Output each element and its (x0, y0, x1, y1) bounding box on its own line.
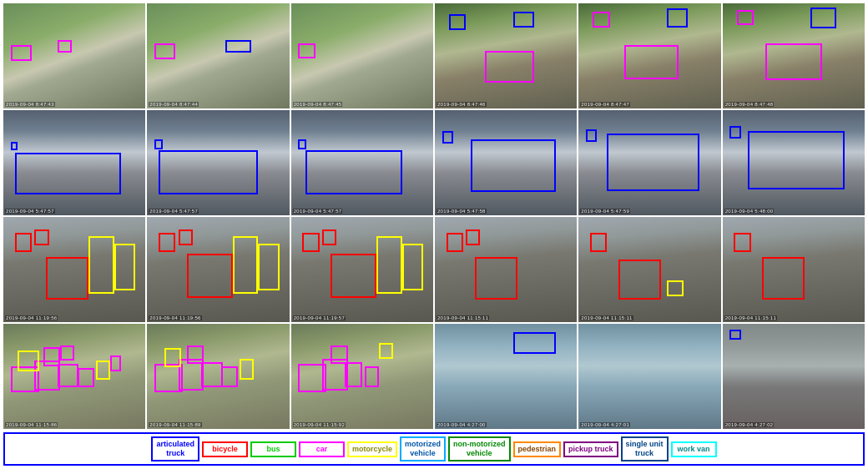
timestamp: 2019-09-04 5:47:57 (149, 209, 199, 214)
bounding-box (233, 236, 259, 294)
bounding-box (58, 364, 79, 387)
legend-item-bus: bus (250, 441, 296, 457)
timestamp: 2019-09-04 8:47:47 (580, 102, 630, 107)
timestamp: 2019-09-04 11:15:11 (437, 315, 489, 320)
bounding-box (154, 139, 163, 149)
bounding-box (447, 233, 463, 252)
bounding-box (593, 12, 609, 28)
bounding-box (607, 134, 699, 191)
camera-cell-r2c0: 2019-09-04 11:19:56 (3, 217, 145, 322)
bounding-box (96, 361, 110, 380)
bounding-box (762, 257, 805, 299)
bounding-box (402, 244, 424, 291)
legend-item-car: car (299, 441, 345, 457)
timestamp: 2019-09-04 8:47:43 (5, 102, 55, 107)
bounding-box (221, 366, 238, 387)
bounding-box (729, 126, 741, 139)
camera-cell-r1c4: 2019-09-04 5:47:59 (578, 110, 720, 215)
bounding-box (240, 359, 254, 380)
bounding-box (187, 254, 233, 298)
timestamp: 2019-09-04 4:27:00 (437, 422, 487, 427)
camera-cell-r2c5: 2019-09-04 11:15:11 (723, 217, 865, 322)
timestamp: 2019-09-04 11:15:11 (724, 315, 777, 320)
bounding-box (471, 139, 556, 192)
bounding-box (298, 43, 315, 58)
camera-cell-r1c5: 2019-09-04 5:48:00 (723, 110, 865, 215)
timestamp: 2019-09-04 8:47:45 (293, 102, 343, 107)
camera-cell-r1c1: 2019-09-04 5:47:57 (147, 110, 289, 215)
camera-cell-r2c3: 2019-09-04 11:15:11 (435, 217, 577, 322)
timestamp: 2019-09-04 5:47:58 (437, 209, 487, 214)
bounding-box (513, 332, 556, 353)
bounding-box (34, 229, 48, 245)
bounding-box (590, 233, 607, 252)
bounding-box (11, 142, 18, 150)
image-grid: 2019-09-04 8:47:432019-09-04 8:47:442019… (3, 3, 865, 429)
legend: articulated truckbicyclebuscarmotorcycle… (3, 432, 865, 466)
camera-cell-r0c3: 2019-09-04 8:47:46 (435, 3, 577, 108)
timestamp: 2019-09-04 11:15:89 (149, 422, 201, 427)
bounding-box (258, 244, 280, 291)
timestamp: 2019-09-04 11:15:86 (5, 422, 58, 427)
timestamp: 2019-09-04 8:47:46 (437, 102, 487, 107)
timestamp: 2019-09-04 8:47:44 (149, 102, 199, 107)
camera-cell-r2c2: 2019-09-04 11:19:57 (291, 217, 433, 322)
bounding-box (225, 40, 251, 53)
camera-cell-r0c2: 2019-09-04 8:47:45 (291, 3, 433, 108)
camera-cell-r0c0: 2019-09-04 8:47:43 (3, 3, 145, 108)
camera-cell-r1c3: 2019-09-04 5:47:58 (435, 110, 577, 215)
timestamp: 2019-09-04 5:47:57 (293, 209, 343, 214)
bounding-box (88, 236, 114, 294)
bounding-box (331, 254, 376, 298)
bounding-box (60, 345, 74, 361)
bounding-box (43, 347, 60, 366)
camera-cell-r0c4: 2019-09-04 8:47:47 (578, 3, 720, 108)
camera-cell-r1c2: 2019-09-04 5:47:57 (291, 110, 433, 215)
camera-cell-r2c4: 2019-09-04 11:15:11 (578, 217, 720, 322)
bounding-box (298, 139, 306, 149)
bounding-box (586, 129, 598, 142)
bounding-box (737, 10, 754, 26)
bounding-box (485, 51, 535, 83)
bounding-box (322, 229, 336, 245)
camera-cell-r3c5: 2019-09-04 4:27:02 (723, 324, 865, 429)
camera-cell-r0c5: 2019-09-04 8:47:48 (723, 3, 865, 108)
bounding-box (15, 153, 122, 194)
legend-item-bicycle: bicycle (202, 441, 248, 457)
legend-item-pickup-truck: pickup truck (563, 441, 618, 457)
bounding-box (365, 366, 379, 387)
camera-cell-r0c1: 2019-09-04 8:47:44 (147, 3, 289, 108)
bounding-box (58, 40, 72, 53)
legend-item-motorized-vehicle: motorized vehicle (400, 436, 446, 461)
bounding-box (729, 330, 741, 340)
bounding-box (667, 280, 684, 296)
camera-cell-r3c0: 2019-09-04 11:15:86 (3, 324, 145, 429)
bounding-box (442, 131, 454, 144)
camera-cell-r3c2: 2019-09-04 11:15:92 (291, 324, 433, 429)
camera-cell-r3c4: 2019-09-04 4:27:01 (578, 324, 720, 429)
timestamp: 2019-09-04 5:48:00 (724, 209, 775, 214)
timestamp: 2019-09-04 5:47:57 (5, 209, 55, 214)
legend-item-motorcycle: motorcycle (347, 441, 397, 457)
camera-cell-r2c1: 2019-09-04 11:19:56 (147, 217, 289, 322)
bounding-box (114, 244, 136, 291)
legend-item-articulated-truck: articulated truck (151, 436, 199, 461)
bounding-box (159, 150, 258, 194)
timestamp: 2019-09-04 8:47:48 (724, 102, 775, 107)
bounding-box (164, 348, 181, 367)
timestamp: 2019-09-04 5:47:59 (580, 209, 630, 214)
bounding-box (154, 43, 176, 59)
bounding-box (201, 362, 223, 387)
legend-item-pedestrian: pedestrian (513, 441, 562, 457)
bounding-box (466, 229, 480, 245)
bounding-box (748, 131, 845, 189)
bounding-box (667, 8, 689, 28)
timestamp: 2019-09-04 11:15:11 (580, 315, 633, 320)
bounding-box (734, 233, 750, 252)
bounding-box (187, 345, 204, 365)
bounding-box (18, 350, 39, 371)
bounding-box (624, 45, 679, 78)
bounding-box (475, 257, 517, 299)
bounding-box (331, 345, 347, 365)
bounding-box (15, 233, 32, 252)
